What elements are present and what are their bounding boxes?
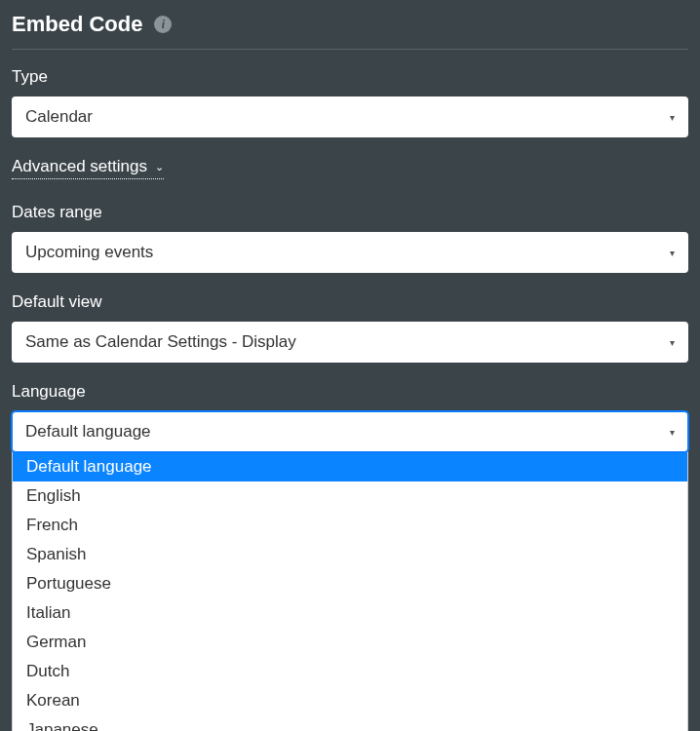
type-label: Type (12, 67, 688, 87)
info-icon[interactable]: i (154, 16, 172, 33)
dates-range-field: Dates range Upcoming events ▾ (12, 203, 688, 273)
chevron-down-icon: ▾ (670, 427, 675, 438)
language-option[interactable]: Default language (13, 452, 687, 481)
dates-range-select-value: Upcoming events (25, 243, 153, 262)
default-view-field: Default view Same as Calendar Settings -… (12, 292, 688, 363)
dates-range-label: Dates range (12, 203, 688, 222)
language-option[interactable]: French (13, 511, 687, 540)
language-option[interactable]: English (13, 481, 687, 511)
chevron-down-icon: ⌄ (155, 161, 164, 173)
language-label: Language (12, 382, 688, 402)
language-option[interactable]: Japanese (13, 715, 687, 731)
chevron-down-icon: ▾ (670, 337, 675, 348)
language-field: Language Default language ▾ Default lang… (12, 382, 688, 731)
language-option[interactable]: Spanish (13, 540, 687, 569)
type-select[interactable]: Calendar ▾ (12, 96, 688, 137)
default-view-label: Default view (12, 292, 688, 312)
default-view-select[interactable]: Same as Calendar Settings - Display ▾ (12, 322, 688, 363)
type-select-value: Calendar (25, 107, 93, 127)
default-view-select-value: Same as Calendar Settings - Display (25, 332, 296, 352)
language-select[interactable]: Default language ▾ (12, 411, 688, 452)
dates-range-select[interactable]: Upcoming events ▾ (12, 232, 688, 273)
language-option[interactable]: Italian (13, 598, 687, 628)
language-dropdown-list: Default languageEnglishFrenchSpanishPort… (12, 451, 688, 731)
chevron-down-icon: ▾ (670, 248, 675, 258)
type-field: Type Calendar ▾ (12, 67, 688, 137)
language-select-value: Default language (25, 422, 151, 442)
language-option[interactable]: German (13, 628, 687, 657)
chevron-down-icon: ▾ (670, 112, 675, 123)
page-title: Embed Code (12, 12, 142, 37)
advanced-settings-label: Advanced settings (12, 157, 147, 176)
language-option[interactable]: Korean (13, 686, 687, 715)
language-option[interactable]: Dutch (13, 657, 687, 686)
advanced-settings-toggle[interactable]: Advanced settings ⌄ (12, 157, 164, 179)
section-header: Embed Code i (12, 12, 688, 50)
language-option[interactable]: Portuguese (13, 569, 687, 598)
